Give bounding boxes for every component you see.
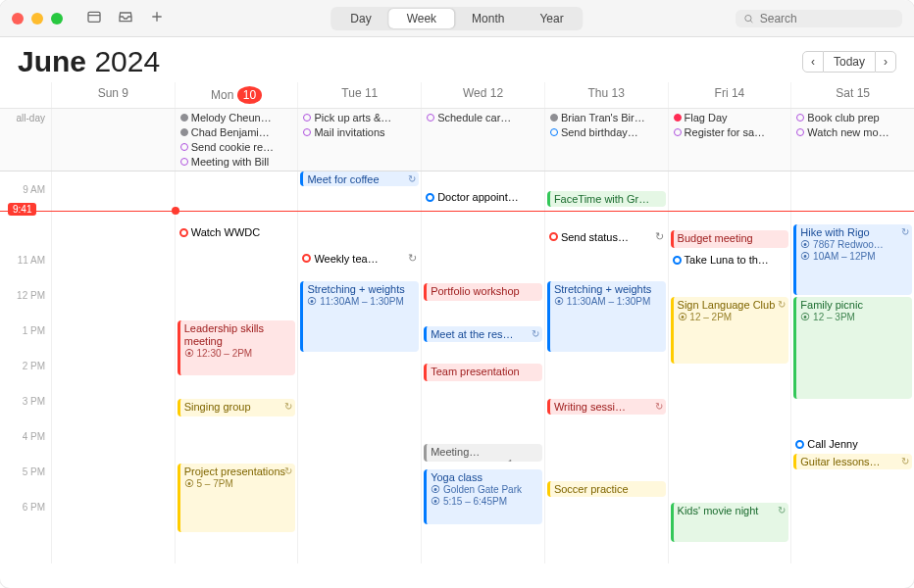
allday-label: all-day <box>0 109 51 171</box>
calendar-event[interactable]: Sign Language Club⦿ 12 – 2PM↻ <box>671 297 789 364</box>
day-header: Sat 15 <box>790 82 914 108</box>
calendar-event[interactable]: Portfolio workshop <box>424 283 542 301</box>
hour-label: 5 PM <box>23 466 45 477</box>
search-input[interactable] <box>760 12 894 25</box>
allday-col-sun[interactable] <box>51 109 175 171</box>
calendar-event[interactable]: Doctor appoint… <box>424 191 542 203</box>
prev-button[interactable]: ‹ <box>802 51 824 73</box>
hour-label: 4 PM <box>23 431 45 442</box>
day-col-wed[interactable]: Doctor appoint…Portfolio workshopMeet at… <box>421 172 544 564</box>
calendar-event[interactable]: Weekly tea…↻ <box>300 252 419 265</box>
allday-event[interactable]: Meeting with Bill <box>178 155 296 169</box>
allday-col-wed[interactable]: Schedule car… <box>421 109 544 171</box>
titlebar: Day Week Month Year <box>0 0 914 37</box>
view-week[interactable]: Week <box>389 9 454 28</box>
page-title: June 2024 <box>18 45 160 78</box>
allday-col-tue[interactable]: Pick up arts &…Mail invitations <box>297 109 421 171</box>
maximize-button[interactable] <box>51 13 63 24</box>
day-header: Thu 13 <box>544 82 668 108</box>
day-col-mon[interactable]: Watch WWDCLeadership skills meeting⦿ 12:… <box>175 172 298 564</box>
nav-buttons: ‹ Today › <box>802 51 896 73</box>
calendar-event[interactable]: Singing group↻ <box>178 399 296 416</box>
calendar-event[interactable]: Call Jenny <box>793 438 912 450</box>
allday-col-fri[interactable]: Flag DayRegister for sa… <box>668 109 791 171</box>
allday-event[interactable]: Register for sa… <box>671 125 789 139</box>
inbox-icon[interactable] <box>118 9 133 28</box>
hour-label: 1 PM <box>23 325 45 336</box>
calendar-event[interactable]: Soccer practice <box>547 481 666 497</box>
hour-label: 3 PM <box>23 396 45 407</box>
grid: 9:41 9 AM11 AM12 PM1 PM2 PM3 PM4 PM5 PM6… <box>0 172 914 564</box>
day-col-tue[interactable]: Meet for coffee↻Weekly tea…↻Stretching +… <box>297 172 421 564</box>
day-header: Sun 9 <box>51 82 175 108</box>
allday-event[interactable]: Watch new mo… <box>793 125 912 139</box>
day-header: Fri 14 <box>668 82 791 108</box>
svg-line-5 <box>750 20 752 22</box>
calendar-event[interactable]: Take Luna to th… <box>671 254 789 266</box>
allday-col-sat[interactable]: Book club prepWatch new mo… <box>790 109 914 171</box>
view-day[interactable]: Day <box>332 9 388 28</box>
calendar-event[interactable]: Writing sessi…↻ <box>547 399 666 415</box>
allday-event[interactable]: Schedule car… <box>424 111 542 124</box>
calendar-event[interactable]: Kids' movie night↻ <box>671 503 789 542</box>
allday-event[interactable]: Pick up arts &… <box>300 111 419 124</box>
toolbar-icons <box>86 9 165 28</box>
calendar-event[interactable]: Stretching + weights⦿ 11:30AM – 1:30PM <box>547 281 666 352</box>
search-field[interactable] <box>736 10 902 27</box>
day-col-sun[interactable] <box>51 172 175 564</box>
add-icon[interactable] <box>149 9 165 28</box>
close-button[interactable] <box>12 13 24 24</box>
allday-event[interactable]: Send birthday… <box>547 125 666 139</box>
calendar-event[interactable]: Team presentation <box>424 364 542 381</box>
window-controls <box>12 13 63 24</box>
day-col-sat[interactable]: Hike with Rigo⦿ 7867 Redwoo…⦿ 10AM – 12P… <box>790 172 914 564</box>
day-header-row: Sun 9 Mon 10 Tue 11 Wed 12 Thu 13 Fri 14… <box>0 82 914 109</box>
next-button[interactable]: › <box>875 51 896 73</box>
hour-label: 12 PM <box>17 290 45 301</box>
view-year[interactable]: Year <box>522 9 581 28</box>
day-col-fri[interactable]: Budget meetingTake Luna to th…Sign Langu… <box>668 172 791 564</box>
day-col-thu[interactable]: FaceTime with Gr…Send status…↻Stretching… <box>544 172 668 564</box>
calendar-event[interactable]: FaceTime with Gr… <box>547 191 666 207</box>
svg-rect-0 <box>88 12 100 22</box>
calendar-event[interactable]: Leadership skills meeting⦿ 12:30 – 2PM <box>178 320 296 375</box>
allday-event[interactable]: Brian Tran's Bir… <box>547 111 666 124</box>
calendar-event[interactable]: Guitar lessons…↻ <box>793 454 912 469</box>
calendar-event[interactable]: Project presentations⦿ 5 – 7PM↻ <box>178 464 296 532</box>
hour-gutter: 9 AM11 AM12 PM1 PM2 PM3 PM4 PM5 PM6 PM <box>0 172 51 564</box>
calendar-event[interactable]: Meet at the res…↻ <box>424 326 542 342</box>
now-badge: 9:41 <box>8 203 36 216</box>
allday-event[interactable]: Melody Cheun… <box>178 111 296 124</box>
calendar-event[interactable]: Family picnic⦿ 12 – 3PM <box>793 297 912 399</box>
allday-col-thu[interactable]: Brian Tran's Bir…Send birthday… <box>544 109 668 171</box>
view-month[interactable]: Month <box>454 9 522 28</box>
calendar-event[interactable]: Watch WWDC <box>178 226 296 238</box>
day-header: Wed 12 <box>421 82 544 108</box>
hour-label: 2 PM <box>23 361 45 371</box>
calendars-icon[interactable] <box>86 9 102 28</box>
calendar-event[interactable]: Hike with Rigo⦿ 7867 Redwoo…⦿ 10AM – 12P… <box>793 224 912 295</box>
day-header: Tue 11 <box>297 82 421 108</box>
calendar-event[interactable]: Yoga class⦿ Golden Gate Park⦿ 5:15 – 6:4… <box>424 469 542 524</box>
allday-event[interactable]: Send cookie re… <box>178 140 296 154</box>
minimize-button[interactable] <box>31 13 43 24</box>
allday-row: all-day Melody Cheun…Chad Benjami…Send c… <box>0 109 914 172</box>
hour-label: 11 AM <box>18 255 45 266</box>
today-button[interactable]: Today <box>824 51 875 73</box>
calendar-event[interactable]: Send status…↻ <box>547 230 666 243</box>
now-line: 9:41 <box>0 211 914 212</box>
year-label: 2024 <box>94 45 160 77</box>
allday-event[interactable]: Book club prep <box>793 111 912 124</box>
calendar-event[interactable]: Budget meeting <box>671 230 789 248</box>
month-label: June <box>18 45 86 77</box>
allday-col-mon[interactable]: Melody Cheun…Chad Benjami…Send cookie re… <box>175 109 298 171</box>
allday-event[interactable]: Flag Day <box>671 111 789 124</box>
calendar-event[interactable]: Meet for coffee↻ <box>300 172 419 186</box>
calendar-event[interactable]: Meeting…1 more <box>424 444 542 462</box>
hour-label: 9 AM <box>23 184 45 195</box>
hour-label: 6 PM <box>23 502 45 513</box>
calendar-event[interactable]: Stretching + weights⦿ 11:30AM – 1:30PM <box>300 281 419 352</box>
allday-event[interactable]: Chad Benjami… <box>178 125 296 139</box>
search-icon <box>743 13 754 24</box>
allday-event[interactable]: Mail invitations <box>300 125 419 139</box>
